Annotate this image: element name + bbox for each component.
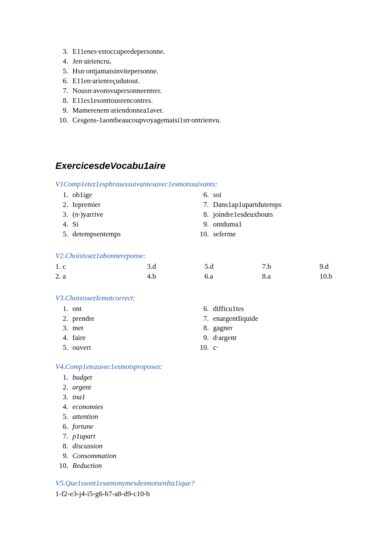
list-text: gagner bbox=[213, 323, 349, 333]
list-number: 6. bbox=[55, 422, 72, 432]
v4-content: 1. budget 2. argent 3. tna1 4. economies… bbox=[55, 373, 349, 471]
list-text: E11es1esonttousrencontres. bbox=[72, 96, 349, 106]
list-text: Reduction bbox=[72, 461, 349, 471]
list-number: 2. bbox=[55, 383, 72, 392]
v3-content: 1.ont 2.prendre 3.met 4.faire 5.ouvert 6… bbox=[55, 304, 349, 353]
answer-cell: 2. a bbox=[55, 272, 119, 282]
list-text: (n·)yarrive bbox=[72, 210, 196, 220]
answer-cell: 6.a bbox=[205, 272, 234, 282]
list-text: fortune bbox=[72, 422, 349, 432]
list-text: E11en·arienreçudutout. bbox=[72, 76, 349, 86]
list-number: 9. bbox=[196, 220, 213, 230]
answer-cell: 8.a bbox=[262, 272, 292, 282]
list-number: 7. bbox=[55, 86, 72, 96]
v2-row2: 2. a 4.b 6.a 8.a 10.b bbox=[55, 272, 349, 282]
v5-heading: V5.Que1ssont1esantonymesdesmotsenIta1iqu… bbox=[55, 479, 349, 488]
list-number: 9. bbox=[55, 451, 72, 461]
list-text: prendre bbox=[72, 314, 196, 324]
list-text: p1upart bbox=[72, 432, 349, 442]
list-text: enargentIiquide bbox=[213, 314, 349, 324]
list-text: Si bbox=[72, 220, 196, 230]
list-text: Nousn·avonsvupersonneentrer. bbox=[72, 86, 349, 96]
list-number: 4. bbox=[55, 333, 72, 343]
list-text: Jen·airiencru. bbox=[72, 57, 349, 67]
list-text: ob1ige bbox=[72, 190, 196, 200]
list-number: 8. bbox=[196, 210, 213, 220]
answer-cell: 9.d bbox=[320, 262, 349, 272]
answer-cell: 5.d bbox=[205, 262, 234, 272]
list-text: Dans1ap1upartdutemps bbox=[213, 200, 349, 210]
list-number: 2. bbox=[55, 314, 72, 324]
list-number: 6. bbox=[55, 76, 72, 86]
v4-heading: V4.Comp1etezavec1esmotsproposes: bbox=[55, 362, 349, 372]
list-number: 5. bbox=[55, 412, 72, 422]
list-number: 3. bbox=[55, 323, 72, 333]
list-number: 7. bbox=[55, 432, 72, 442]
section-title: ExercicesdeVocabu1aire bbox=[55, 160, 349, 172]
list-number: 3. bbox=[55, 47, 72, 57]
list-text: ont bbox=[72, 304, 196, 314]
answer-cell: 7.b bbox=[262, 262, 292, 272]
list-number: 1. bbox=[55, 190, 72, 200]
list-number: 2. bbox=[55, 200, 72, 210]
answer-cell: 1. c bbox=[55, 262, 119, 272]
content-area: 3.E11enes·estoccupeedepersonne. 4.Jen·ai… bbox=[55, 47, 349, 499]
page: 3.E11enes·estoccupeedepersonne. 4.Jen·ai… bbox=[0, 0, 392, 555]
list-text: detempsentemps bbox=[72, 230, 196, 239]
list-number: 7. bbox=[196, 200, 213, 210]
answer-cell: 4.b bbox=[147, 272, 177, 282]
list-number: 4. bbox=[55, 57, 72, 67]
list-text: Mamerenem·ariendonnea1aver. bbox=[72, 106, 349, 116]
top-list: 3.E11enes·estoccupeedepersonne. 4.Jen·ai… bbox=[55, 47, 349, 125]
v1-heading: V1Comp1etez1esphrasessuivantesavec1esmot… bbox=[55, 180, 349, 189]
list-text: soi bbox=[213, 190, 349, 200]
list-number: 5. bbox=[55, 343, 72, 353]
list-text: faire bbox=[72, 333, 196, 343]
list-text: c· bbox=[213, 343, 349, 353]
list-number: 10. bbox=[55, 461, 72, 471]
list-text: tna1 bbox=[72, 392, 349, 402]
v2-row1: 1. c 3.d 5.d 7.b 9.d bbox=[55, 262, 349, 272]
list-number: 4. bbox=[55, 402, 72, 412]
list-text: budget bbox=[72, 373, 349, 383]
list-text: attention bbox=[72, 412, 349, 422]
list-text: E11enes·estoccupeedepersonne. bbox=[72, 47, 349, 57]
list-number: 10. bbox=[196, 343, 213, 353]
list-number: 8. bbox=[55, 442, 72, 451]
list-text: Iepremier bbox=[72, 200, 196, 210]
list-number: 3. bbox=[55, 210, 72, 220]
list-number: 1. bbox=[55, 373, 72, 383]
list-text: ouvert bbox=[72, 343, 196, 353]
list-text: economies bbox=[72, 402, 349, 412]
list-text: seferme bbox=[213, 230, 349, 239]
v3-heading: V3.ChoisissezIemotcorrect: bbox=[55, 293, 349, 303]
list-text: argent bbox=[72, 383, 349, 392]
list-number: 4. bbox=[55, 220, 72, 230]
list-number: 5. bbox=[55, 67, 72, 76]
list-text: joindre1esdeuxbouts bbox=[213, 210, 349, 220]
list-number: 9. bbox=[196, 333, 213, 343]
list-number: 5. bbox=[55, 230, 72, 239]
list-number: 10. bbox=[196, 230, 213, 239]
list-text: met bbox=[72, 323, 196, 333]
list-number: 8. bbox=[196, 323, 213, 333]
list-number: 6. bbox=[196, 304, 213, 314]
list-number: 8. bbox=[55, 96, 72, 106]
list-number: 3. bbox=[55, 392, 72, 402]
v2-heading: V2.Choisissez1abonnereponse: bbox=[55, 251, 349, 261]
list-text: difficu1tes bbox=[213, 304, 349, 314]
list-text: d·argent bbox=[213, 333, 349, 343]
list-text: Consommation bbox=[72, 451, 349, 461]
answer-cell: 3.d bbox=[147, 262, 177, 272]
list-text: discussion bbox=[72, 442, 349, 451]
list-number: 1. bbox=[55, 304, 72, 314]
list-text: ontduma1 bbox=[213, 220, 349, 230]
list-number: 9. bbox=[55, 106, 72, 116]
list-text: Hsn·ontjamaisinvitepersonne. bbox=[72, 67, 349, 76]
list-number: 10. bbox=[55, 116, 72, 125]
v5-line: 1-f2-e3-j4-i5-g6-h7-a8-d9-c10-b bbox=[55, 489, 349, 499]
list-number: 6. bbox=[196, 190, 213, 200]
list-text: Cesgens-1aontbeaucoupvoyagemaisi1sn·ontr… bbox=[72, 116, 349, 125]
answer-cell: 10.b bbox=[320, 272, 349, 282]
list-number: 7. bbox=[196, 314, 213, 324]
